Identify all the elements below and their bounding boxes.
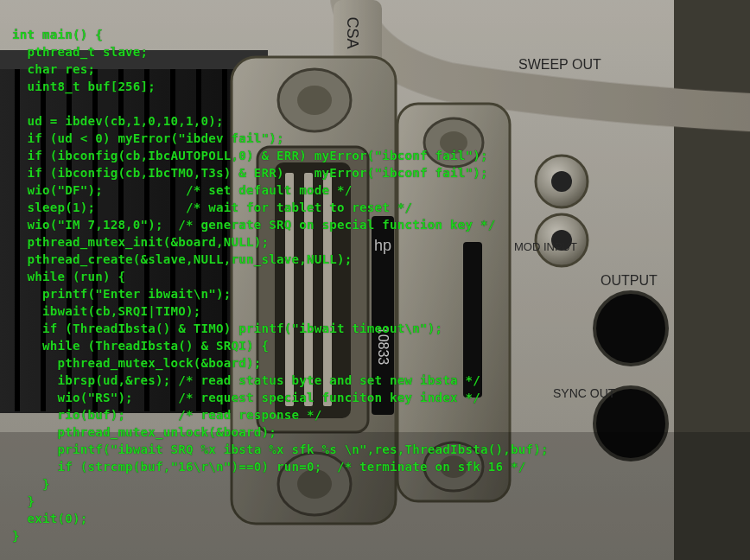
code-overlay: int main() { pthread_t slave; char res; … — [12, 26, 549, 544]
